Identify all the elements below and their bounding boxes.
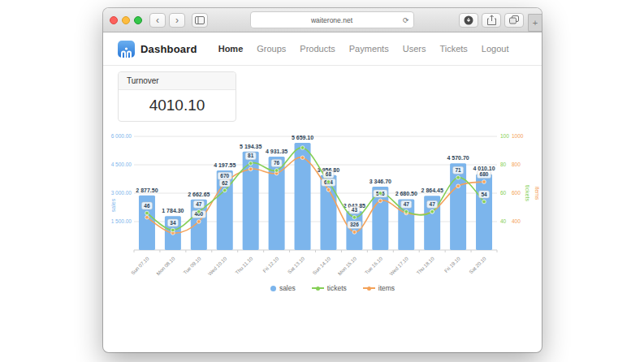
- bar-value-label: 2 864.45: [421, 187, 443, 193]
- x-axis-label: Thu 18.10: [415, 255, 435, 275]
- y-axis-tick-tickets: 80: [500, 162, 507, 167]
- x-axis-label: Fri 12.10: [261, 255, 280, 274]
- browser-window: ‹ › waiterone.net ⟳: [103, 8, 542, 352]
- tickets-point: [249, 162, 253, 166]
- y-axis-title-items: items: [534, 187, 540, 200]
- tab-overview-button[interactable]: [504, 13, 524, 28]
- tickets-point-label: 68: [326, 171, 332, 177]
- tickets-point: [300, 146, 305, 150]
- forward-button[interactable]: ›: [169, 13, 185, 28]
- reload-icon[interactable]: ⟳: [403, 16, 409, 24]
- tickets-point: [197, 209, 201, 213]
- tickets-point: [378, 192, 383, 196]
- bar-value-label: 4 570.70: [447, 155, 469, 161]
- close-window-button[interactable]: [110, 16, 118, 24]
- y-axis-title-sales: sales: [110, 198, 116, 212]
- x-axis-label: Mon 08.10: [155, 255, 176, 276]
- y-axis-tick-sales: 1 500.00: [111, 218, 132, 224]
- minimize-window-button[interactable]: [122, 16, 130, 24]
- nav-item-products[interactable]: Products: [300, 44, 335, 54]
- nav-item-logout[interactable]: Logout: [482, 44, 509, 54]
- turnover-card: Turnover 4010.10: [118, 71, 236, 122]
- address-bar[interactable]: waiterone.net ⟳: [250, 11, 414, 28]
- bar-value-label: 4 931.35: [266, 149, 287, 154]
- y-axis-tick-tickets: 60: [500, 190, 507, 196]
- bar-value-label: 1 784.30: [162, 208, 184, 213]
- y-axis-tick-items: 600: [512, 190, 521, 196]
- nav-item-groups[interactable]: Groups: [257, 44, 286, 54]
- turnover-value: 4010.10: [119, 90, 236, 121]
- bar-value-label: 2 877.50: [136, 187, 158, 193]
- tickets-point-label: 43: [352, 207, 358, 213]
- tickets-point-label: 76: [274, 160, 280, 166]
- x-axis-label: Wed 10.10: [206, 255, 227, 276]
- nav-item-tickets[interactable]: Tickets: [439, 44, 467, 54]
- legend-item-tickets[interactable]: tickets: [312, 284, 347, 292]
- tickets-point-label: 54: [481, 192, 487, 197]
- back-button[interactable]: ‹: [149, 13, 166, 28]
- zoom-window-button[interactable]: [134, 16, 142, 24]
- y-axis-tick-items: 1000: [512, 133, 524, 139]
- bar-value-label: 2 662.65: [188, 192, 210, 197]
- downloads-button[interactable]: [459, 13, 478, 28]
- x-axis-label: Thu 11.10: [234, 255, 254, 275]
- bar-Sat 20.10: [476, 174, 492, 250]
- x-axis-label: Tue 09.10: [182, 255, 202, 275]
- items-point: [352, 231, 357, 235]
- browser-titlebar: ‹ › waiterone.net ⟳: [103, 8, 542, 32]
- items-point: [326, 188, 331, 192]
- y-axis-title-tickets: tickets: [525, 185, 530, 201]
- share-button[interactable]: [482, 13, 501, 28]
- x-axis-label: Sun 14.10: [311, 255, 331, 275]
- items-point: [300, 156, 305, 160]
- items-point: [249, 167, 253, 171]
- tickets-point: [326, 180, 331, 184]
- tab-overview-icon: [509, 15, 519, 24]
- legend-label-tickets: tickets: [327, 284, 347, 292]
- bar-value-label: 5 194.35: [240, 144, 261, 149]
- x-axis-label: Wed 17.10: [388, 255, 409, 276]
- waiterone-logo-icon: [118, 41, 135, 58]
- x-axis-label: Sun 07.10: [130, 255, 150, 275]
- items-point-label: 670: [220, 173, 229, 179]
- items-point-label: 680: [480, 171, 489, 177]
- tickets-point: [145, 211, 149, 215]
- legend-item-items[interactable]: items: [363, 284, 395, 292]
- url-text: waiterone.net: [311, 16, 352, 24]
- nav-item-home[interactable]: Home: [218, 44, 244, 54]
- app-navbar: Dashboard Home Groups Products Payments …: [103, 32, 542, 66]
- y-axis-tick-tickets: 100: [500, 133, 509, 139]
- nav-item-payments[interactable]: Payments: [349, 44, 389, 54]
- tickets-point: [430, 209, 434, 213]
- tickets-point: [404, 209, 408, 213]
- items-point: [456, 184, 460, 188]
- items-point-label: 326: [350, 222, 359, 227]
- tickets-point-label: 81: [248, 153, 254, 158]
- tickets-point: [352, 215, 357, 219]
- chart-canvas: 6 000.0010010004 500.00808003 000.006060…: [110, 128, 542, 279]
- y-axis-tick-items: 800: [512, 162, 521, 167]
- x-axis-label: Sat 13.10: [287, 255, 306, 274]
- x-axis-label: Sat 20.10: [468, 255, 487, 274]
- items-point: [482, 180, 486, 184]
- nav-item-users[interactable]: Users: [403, 44, 426, 54]
- tickets-point-label: 62: [222, 180, 228, 186]
- new-tab-button[interactable]: +: [528, 14, 542, 32]
- tickets-legend-marker: [312, 287, 324, 289]
- turnover-chart: 6 000.0010010004 500.00808003 000.006060…: [110, 128, 542, 292]
- legend-item-sales[interactable]: sales: [270, 284, 296, 292]
- tickets-point-label: 47: [404, 201, 410, 207]
- downloads-icon: [464, 15, 473, 25]
- bar-value-label: 4 197.55: [214, 162, 236, 168]
- y-axis-tick-sales: 3 000.00: [111, 190, 132, 196]
- items-point: [197, 220, 201, 224]
- tickets-point: [456, 175, 460, 179]
- y-axis-tick-tickets: 40: [500, 218, 507, 224]
- items-point: [378, 199, 383, 203]
- tickets-point-label: 47: [196, 201, 202, 207]
- tickets-point: [274, 169, 279, 173]
- items-legend-marker: [363, 287, 375, 289]
- sidebar-toggle-button[interactable]: [192, 13, 208, 28]
- tickets-point: [482, 200, 486, 204]
- legend-label-items: items: [378, 284, 395, 292]
